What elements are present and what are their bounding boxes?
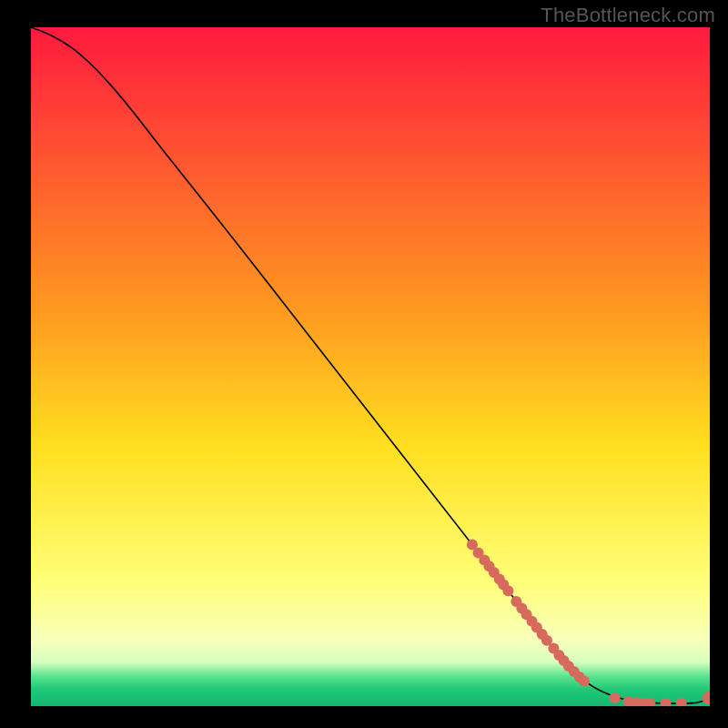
- chart-frame: TheBottleneck.com: [0, 0, 728, 728]
- scatter-point: [579, 675, 590, 686]
- scatter-point: [502, 585, 513, 596]
- scatter-point: [610, 693, 621, 703]
- gradient-background: [31, 27, 710, 706]
- chart-svg: [31, 27, 710, 706]
- plot-area: [31, 27, 710, 706]
- watermark-text: TheBottleneck.com: [541, 4, 715, 27]
